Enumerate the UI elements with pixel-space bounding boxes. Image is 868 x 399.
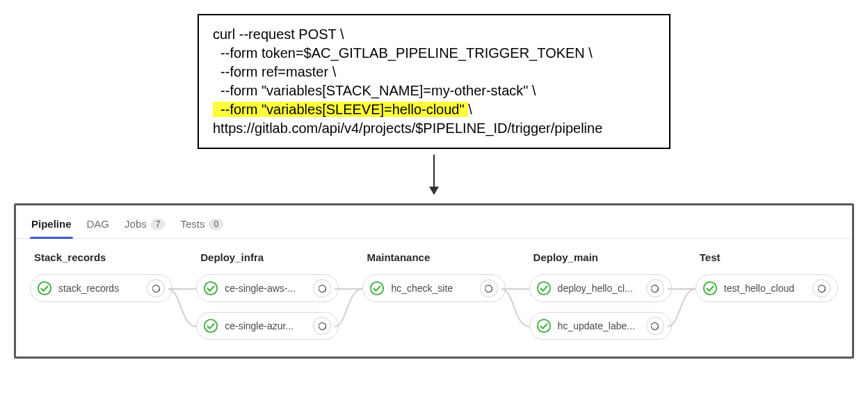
- retry-icon[interactable]: [646, 317, 664, 335]
- code-line: --form "variables[STACK_NAME]=my-other-s…: [213, 81, 655, 100]
- code-line-highlighted: --form "variables[SLEEVE]=hello-cloud" \: [213, 100, 655, 119]
- svg-point-6: [537, 282, 549, 295]
- svg-marker-1: [429, 187, 439, 195]
- tab-jobs[interactable]: Jobs 7: [123, 214, 166, 238]
- status-passed-icon: [536, 280, 552, 297]
- status-passed-icon: [202, 280, 219, 297]
- svg-point-7: [537, 320, 549, 332]
- job-pill[interactable]: deploy_hello_cl...: [529, 274, 672, 302]
- job-label: ce-single-aws-...: [225, 283, 307, 294]
- stage-connector: [672, 251, 696, 335]
- job-label: ce-single-azur...: [225, 320, 307, 331]
- tab-pipeline[interactable]: Pipeline: [30, 214, 73, 238]
- job-pill[interactable]: stack_records: [30, 274, 172, 302]
- stage-title: Test: [696, 251, 838, 263]
- stage-title: Deploy_main: [529, 251, 672, 263]
- stage-maintenance: Maintanance hc_check_site: [362, 251, 505, 302]
- stage-connector: [339, 251, 362, 335]
- status-passed-icon: [202, 318, 219, 334]
- jobs-count-badge: 7: [151, 219, 166, 230]
- job-label: deploy_hello_cl...: [558, 283, 641, 294]
- job-pill[interactable]: hc_check_site: [362, 274, 505, 302]
- job-pill[interactable]: hc_update_labe...: [529, 312, 672, 340]
- tab-tests[interactable]: Tests 0: [179, 214, 225, 238]
- job-label: stack_records: [58, 283, 141, 294]
- arrow-down-icon: [426, 153, 442, 196]
- tab-label: Jobs: [124, 218, 147, 230]
- svg-point-8: [704, 282, 716, 295]
- status-passed-icon: [36, 280, 53, 297]
- job-label: hc_update_labe...: [558, 320, 641, 331]
- code-line: curl --request POST \: [213, 25, 655, 44]
- job-pill[interactable]: ce-single-azur...: [196, 312, 339, 340]
- svg-point-5: [371, 282, 383, 295]
- svg-point-2: [38, 282, 51, 295]
- tests-count-badge: 0: [209, 219, 223, 230]
- job-pill[interactable]: ce-single-aws-...: [196, 274, 339, 302]
- retry-icon[interactable]: [313, 279, 331, 297]
- tab-dag[interactable]: DAG: [86, 214, 111, 238]
- retry-icon[interactable]: [313, 317, 331, 335]
- svg-point-3: [204, 282, 217, 295]
- code-line: https://gitlab.com/api/v4/projects/$PIPE…: [213, 119, 655, 138]
- stage-stack-records: Stack_records stack_records: [30, 251, 172, 302]
- highlight: --form "variables[SLEEVE]=hello-cloud": [213, 102, 468, 117]
- job-label: test_hello_cloud: [724, 283, 807, 294]
- retry-icon[interactable]: [812, 279, 830, 297]
- arrow-down: [14, 153, 854, 196]
- code-line: --form ref=master \: [213, 63, 655, 81]
- job-pill[interactable]: test_hello_cloud: [696, 274, 838, 302]
- tab-label: Tests: [180, 218, 204, 230]
- status-passed-icon: [536, 318, 552, 334]
- code-tail: \: [468, 102, 472, 117]
- job-label: hc_check_site: [391, 283, 474, 294]
- status-passed-icon: [702, 280, 718, 297]
- stage-deploy-main: Deploy_main deploy_hello_cl... hc_update…: [529, 251, 672, 340]
- curl-command-box: curl --request POST \ --form token=$AC_G…: [198, 14, 670, 149]
- stage-connector: [506, 251, 529, 335]
- stage-deploy-infra: Deploy_infra ce-single-aws-... ce-single…: [196, 251, 339, 340]
- pipeline-stages: Stack_records stack_records Deploy_infra: [16, 239, 852, 357]
- retry-icon[interactable]: [480, 279, 498, 297]
- stage-test: Test test_hello_cloud: [696, 251, 838, 302]
- stage-title: Stack_records: [30, 251, 172, 263]
- pipeline-tabs: Pipeline DAG Jobs 7 Tests 0: [16, 205, 852, 239]
- code-line: --form token=$AC_GITLAB_PIPELINE_TRIGGER…: [213, 44, 655, 63]
- svg-point-4: [204, 320, 217, 332]
- stage-connector: [172, 251, 196, 335]
- retry-icon[interactable]: [646, 279, 664, 297]
- pipeline-panel: Pipeline DAG Jobs 7 Tests 0 Stack_record…: [14, 203, 854, 359]
- tab-label: DAG: [87, 218, 110, 230]
- stage-title: Maintanance: [362, 251, 505, 263]
- tab-label: Pipeline: [31, 218, 72, 230]
- status-passed-icon: [369, 280, 385, 297]
- stage-title: Deploy_infra: [196, 251, 339, 263]
- retry-icon[interactable]: [147, 279, 165, 297]
